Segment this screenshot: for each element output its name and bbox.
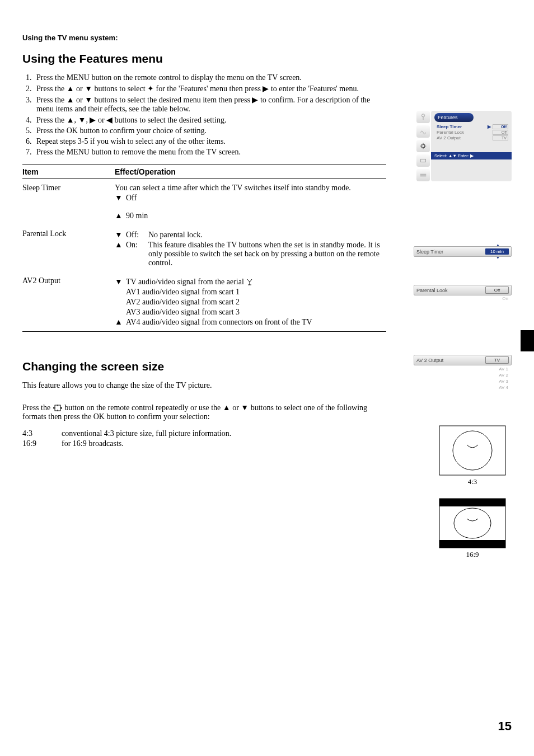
av2-av3: AV3 audio/video signal from scart 3 [126,308,386,317]
svg-rect-3 [421,159,426,162]
osd-bar-sleep-timer: ▲ Sleep Timer 10 min ▼ [414,246,512,257]
osd-bar-parental: Parental Look Off [414,285,512,295]
step-item: Press the OK button to confirm your choi… [34,126,386,135]
av2-tv: TV audio/video signal from the aerial [126,278,244,286]
page-thumb-tab [521,330,534,351]
osd-bar-av2-label: AV 2 Output [416,358,485,363]
heading-features-menu: Using the Features menu [22,52,512,65]
osd-bar-parental-val: Off [485,287,509,294]
item-parental-lock: Parental Lock [22,229,115,267]
arrow-up-icon: ▲ [115,212,126,220]
format-169-key: 16:9 [22,439,62,448]
step-item: Press the MENU button to remove the menu… [34,148,386,157]
item-sleep-timer: Sleep Timer [22,184,115,220]
item-av2-output: AV2 Output [22,276,115,327]
arrow-up-icon: ▲ [496,243,500,247]
arrow-up-icon: ▲ [115,318,126,327]
av2-av1: AV1 audio/video signal from scart 1 [126,288,386,297]
av2-av2: AV2 audio/video signal from scart 2 [126,298,386,307]
osd-tab-picture-icon [416,111,430,123]
sleep-off: Off [126,194,386,203]
osd-av2-options: AV 1 AV 2 AV 3 AV 4 [414,366,512,391]
parental-on-key: On: [126,241,148,267]
arrow-down-icon: ▼ [496,256,500,260]
osd-row-sleep-val: Off [493,124,508,129]
sketch-4-3-caption: 4:3 [433,477,512,486]
osd-bar-av2: AV 2 Output TV [414,355,512,365]
parental-on-text: This feature disables the TV buttons whe… [148,241,386,267]
format-43-val: conventional 4:3 picture size, full pict… [62,429,381,438]
step-item: Repeat steps 3-5 if you wish to select a… [34,137,386,146]
sketch-4-3: 4:3 [433,425,512,486]
svg-point-1 [421,114,424,117]
osd-row-av2-val: TV [493,135,508,140]
osd-footer: Select: ▲▼ Enter: ▶ [431,152,512,159]
sleep-90min: 90 min [126,212,386,220]
arrow-up-icon: ▲ [115,241,126,267]
table-row: AV2 Output ▼ TV audio/video signal from … [22,272,386,331]
step-item: Press the ▲ or ▼ buttons to select the d… [34,95,386,114]
instr-text-b: button on the remote control repeatedly … [22,403,367,421]
osd-bar-parental-label: Parental Look [416,288,485,293]
sleep-desc: You can select a time after which the TV… [115,184,386,192]
svg-rect-8 [439,540,505,548]
format-button-icon [53,403,65,412]
osd-tab-features-icon [416,140,430,152]
change-size-instr: Press the button on the remote control r… [22,403,381,421]
instr-text-a: Press the [22,403,53,412]
svg-point-9 [454,508,491,538]
table-header-item: Item [22,167,115,176]
osd-title: Features [434,113,474,122]
osd-av2-opt: AV 4 [414,384,512,391]
osd-row-sleep-label: Sleep Timer [437,124,486,129]
arrow-down-icon: ▼ [115,278,126,287]
av2-av4: AV4 audio/video signal from connectors o… [126,318,386,327]
osd-tab-language-icon [416,169,430,181]
table-row: Parental Lock ▼ Off: No parental lock. ▲… [22,225,386,272]
format-169-val: for 16:9 broadcasts. [62,439,381,448]
sketch-16-9: 16:9 [433,498,512,559]
aerial-icon [246,278,254,286]
format-43-key: 4:3 [22,429,62,438]
osd-row-parental-val: Off [493,130,508,135]
parental-off-key: Off: [126,231,148,240]
table-header-effect: Effect/Operation [115,167,386,176]
osd-tab-setup-icon [416,154,430,167]
osd-tab-sound-icon [416,125,430,138]
parental-off-text: No parental lock. [148,231,386,240]
steps-list: Press the MENU button on the remote cont… [22,73,386,157]
svg-rect-4 [439,426,505,475]
osd-av2-opt: AV 2 [414,372,512,378]
features-table: Item Effect/Operation Sleep Timer You ca… [22,165,386,332]
step-item: Press the ▲, ▼, ▶ or ◀ buttons to select… [34,115,386,125]
osd-av2-opt: AV 3 [414,378,512,384]
svg-point-5 [453,431,492,470]
arrow-down-icon: ▼ [115,194,126,203]
osd-av2-opt: AV 1 [414,366,512,372]
osd-bar-sleep-label: Sleep Timer [416,249,485,255]
osd-row-av2-label: AV 2 Output [437,135,486,140]
osd-bar-sleep-val: 10 min [485,248,509,255]
change-size-intro: This feature allows you to change the si… [22,381,381,390]
pointer-icon: ▶ [486,124,493,129]
table-row: Sleep Timer You can select a time after … [22,179,386,225]
osd-features-panel: Features Sleep Timer ▶ Off Parental Lock… [416,111,512,181]
step-item: Press the MENU button on the remote cont… [34,73,386,82]
osd-bar-av2-val: TV [485,356,509,364]
sketch-16-9-caption: 16:9 [433,550,512,559]
svg-rect-7 [439,499,505,506]
osd-row-parental-label: Parental Lock [437,130,486,135]
arrow-down-icon: ▼ [115,231,126,240]
osd-parental-on-option: On [502,296,508,301]
step-item: Press the ▲ or ▼ buttons to select ✦ for… [34,84,386,93]
page-number: 15 [498,719,512,734]
section-header: Using the TV menu system: [22,34,512,42]
